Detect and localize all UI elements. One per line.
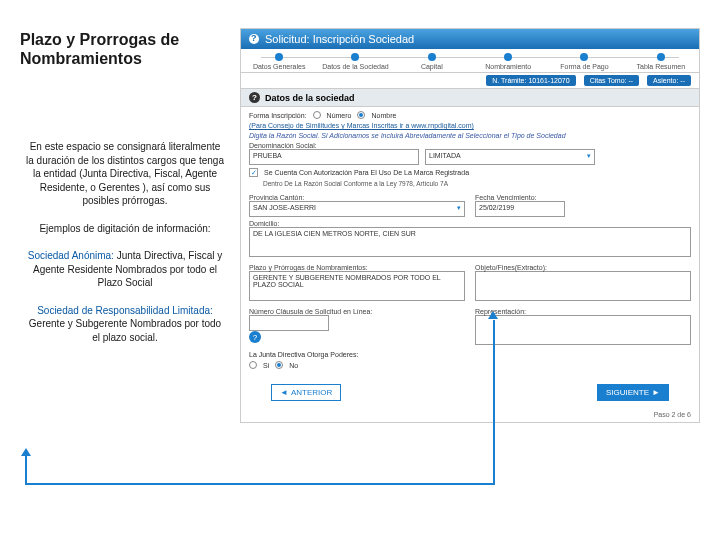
arrow-line xyxy=(493,320,495,484)
provincia-select[interactable]: SAN JOSE-ASERRI xyxy=(249,201,465,217)
objeto-label: Objeto/Fines(Extracto): xyxy=(475,264,691,271)
help-icon-clausula[interactable]: ? xyxy=(249,331,261,343)
arrow-point-icon xyxy=(488,311,498,319)
step-2[interactable]: Datos de la Sociedad xyxy=(317,53,393,70)
denom-label: Denominación Social: xyxy=(249,142,691,149)
tipo-select[interactable]: LIMITADA xyxy=(425,149,595,165)
step-5[interactable]: Forma de Pago xyxy=(546,53,622,70)
domicilio-label: Domicilio: xyxy=(249,220,691,227)
next-button[interactable]: SIGUIENTE ► xyxy=(597,384,669,401)
left-p3-label: Sociedad Anónima: xyxy=(28,250,114,261)
section-title: ? Datos de la sociedad xyxy=(241,88,699,107)
step-bar: Datos Generales Datos de la Sociedad Cap… xyxy=(241,49,699,73)
wizard-header: Solicitud: Inscripción Sociedad xyxy=(241,29,699,49)
meta-tramite: N. Trámite: 10161-12070 xyxy=(486,75,575,86)
denom-input[interactable]: PRUEBA xyxy=(249,149,419,165)
help-icon xyxy=(249,34,259,44)
left-title: Plazo y Prorrogas de Nombramientos xyxy=(20,30,230,68)
left-p4: Sociedad de Responsabilidad Limitada: Ge… xyxy=(25,304,225,345)
plazo-label: Plazo y Prórrogas de Nombramientos: xyxy=(249,264,465,271)
clausula-input[interactable] xyxy=(249,315,329,331)
step-3[interactable]: Capital xyxy=(394,53,470,70)
radio-nombre[interactable] xyxy=(357,111,365,119)
plazo-textarea[interactable]: GERENTE Y SUBGERENTE NOMBRADOS POR TODO … xyxy=(249,271,465,301)
meta-asiento: Asiento: -- xyxy=(647,75,691,86)
clausula-label: Número Cláusula de Solicitud en Línea: xyxy=(249,308,465,315)
left-p4-label: Sociedad de Responsabilidad Limitada: xyxy=(37,305,213,316)
step-1[interactable]: Datos Generales xyxy=(241,53,317,70)
radio-numero[interactable] xyxy=(313,111,321,119)
marca-label: Se Cuenta Con Autorización Para El Uso D… xyxy=(264,169,469,176)
radio-no[interactable] xyxy=(275,361,283,369)
junta-label: La Junta Directiva Otorga Poderes: xyxy=(249,351,358,358)
left-p2: Ejemplos de digitación de información: xyxy=(25,222,225,236)
left-p3: Sociedad Anónima: Junta Directiva, Fisca… xyxy=(25,249,225,290)
step-4[interactable]: Nombramiento xyxy=(470,53,546,70)
italic-note: Digita la Razón Social. Si Adicionamos s… xyxy=(249,132,691,139)
arrow-line xyxy=(25,455,27,485)
form-panel: Solicitud: Inscripción Sociedad Datos Ge… xyxy=(240,28,700,423)
arrow-up-icon xyxy=(21,448,31,456)
forma-label: Forma Inscripción: xyxy=(249,112,307,119)
wizard-title: Solicitud: Inscripción Sociedad xyxy=(265,33,414,45)
fecha-input[interactable]: 25/02/2199 xyxy=(475,201,565,217)
radio-si[interactable] xyxy=(249,361,257,369)
marca-checkbox[interactable]: ✓ xyxy=(249,168,258,177)
provincia-label: Provincia Cantón: xyxy=(249,194,465,201)
left-explainer: En este espacio se consignará literalmen… xyxy=(25,140,225,358)
question-icon: ? xyxy=(249,92,260,103)
representacion-label: Representación: xyxy=(475,308,691,315)
representacion-textarea[interactable] xyxy=(475,315,691,345)
step-6[interactable]: Tabla Resumen xyxy=(623,53,699,70)
domicilio-textarea[interactable]: DE LA IGLESIA CIEN METROS NORTE, CIEN SU… xyxy=(249,227,691,257)
meta-citas: Citas Tomo: -- xyxy=(584,75,639,86)
left-p4-text: Gerente y Subgerente Nombrados por todo … xyxy=(29,318,221,343)
step-counter: Paso 2 de 6 xyxy=(241,411,699,422)
prev-button[interactable]: ◄ ANTERIOR xyxy=(271,384,341,401)
left-p1: En este espacio se consignará literalmen… xyxy=(25,140,225,208)
arrow-line xyxy=(25,483,495,485)
objeto-textarea[interactable] xyxy=(475,271,691,301)
tip-link[interactable]: (Para Consejo de Similitudes y Marcas In… xyxy=(249,122,474,129)
fecha-label: Fecha Vencimiento: xyxy=(475,194,691,201)
marca-sub: Dentro De La Razón Social Conforme a la … xyxy=(263,180,691,187)
